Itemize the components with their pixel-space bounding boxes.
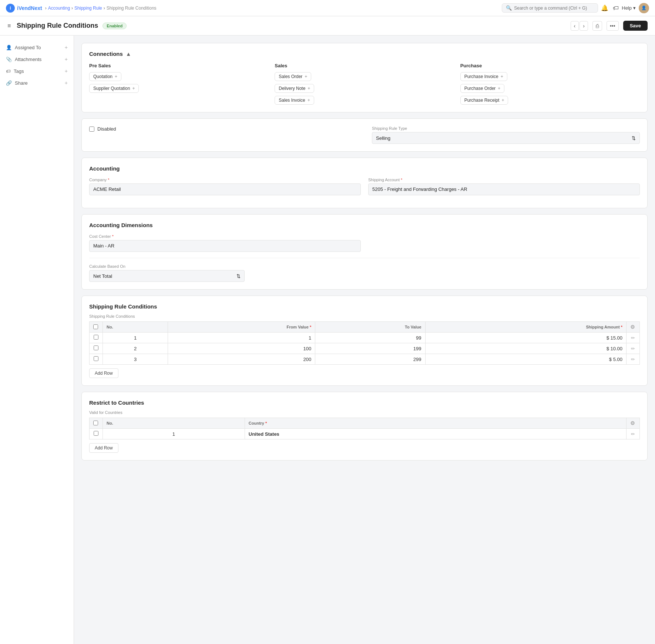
shipping-rule-type-arrow-icon: ⇅ bbox=[632, 135, 636, 141]
purchase-invoice-label: Purchase Invoice bbox=[464, 74, 498, 79]
purchase-invoice-add-icon[interactable]: + bbox=[501, 74, 503, 79]
condition-row-to: 199 bbox=[315, 343, 425, 354]
quotation-add-icon[interactable]: + bbox=[115, 74, 117, 79]
purchase-receipt-row: Purchase Receipt + bbox=[460, 96, 640, 105]
notifications-icon[interactable]: 🔔 bbox=[601, 4, 608, 11]
condition-row-checkbox[interactable] bbox=[94, 356, 98, 361]
sales-order-add-icon[interactable]: + bbox=[305, 74, 307, 79]
sales-order-label: Sales Order bbox=[279, 74, 302, 79]
condition-row-amount: $ 5.00 bbox=[425, 354, 626, 365]
more-options-button[interactable]: ••• bbox=[607, 21, 619, 31]
purchase-order-chip[interactable]: Purchase Order + bbox=[460, 84, 505, 93]
sidebar-item-tags[interactable]: 🏷 Tags + bbox=[0, 65, 74, 77]
condition-row-edit-icon[interactable]: ✏ bbox=[631, 357, 635, 362]
menu-icon[interactable]: ≡ bbox=[7, 23, 11, 29]
restrict-to-countries-card: Restrict to Countries Valid for Countrie… bbox=[81, 392, 648, 461]
conditions-select-all-checkbox[interactable] bbox=[93, 324, 98, 329]
share-add-icon[interactable]: + bbox=[65, 80, 68, 86]
condition-row-checkbox[interactable] bbox=[94, 345, 98, 350]
connections-chevron-icon[interactable]: ▲ bbox=[126, 51, 131, 57]
sales-invoice-add-icon[interactable]: + bbox=[308, 98, 310, 103]
condition-row-from: 1 bbox=[168, 333, 315, 343]
countries-gear-icon[interactable]: ⚙ bbox=[630, 420, 635, 426]
search-input[interactable] bbox=[514, 6, 594, 11]
accounting-dimensions-card: Accounting Dimensions Cost Center * Main… bbox=[81, 214, 648, 290]
conditions-add-row-button[interactable]: Add Row bbox=[89, 368, 118, 378]
app-logo[interactable]: i iVendNext bbox=[6, 4, 42, 13]
conditions-gear-icon[interactable]: ⚙ bbox=[630, 324, 635, 330]
sales-invoice-chip[interactable]: Sales Invoice + bbox=[275, 96, 314, 105]
purchase-invoice-row: Purchase Invoice + bbox=[460, 72, 640, 81]
conditions-shipping-amount-col: Shipping Amount * bbox=[425, 322, 626, 333]
next-button[interactable]: › bbox=[580, 21, 588, 31]
search-bar[interactable]: 🔍 bbox=[502, 3, 598, 13]
tags-icon[interactable]: 🏷 bbox=[613, 5, 619, 11]
save-button[interactable]: Save bbox=[623, 21, 648, 31]
help-chevron-icon: ▾ bbox=[633, 5, 636, 11]
pre-sales-tags: Quotation + Supplier Quotation + bbox=[89, 72, 269, 93]
company-value[interactable]: ACME Retail bbox=[89, 183, 361, 195]
breadcrumb-accounting[interactable]: Accounting bbox=[48, 6, 70, 11]
purchase-order-add-icon[interactable]: + bbox=[498, 86, 500, 91]
country-required-icon: * bbox=[265, 421, 267, 425]
attachments-icon: 📎 bbox=[6, 57, 12, 62]
delivery-note-chip[interactable]: Delivery Note + bbox=[275, 84, 314, 93]
shipping-account-required: * bbox=[401, 178, 402, 182]
status-badge: Enabled bbox=[103, 23, 127, 29]
country-row-edit-icon[interactable]: ✏ bbox=[631, 431, 635, 437]
accounting-form-row: Company * ACME Retail Shipping Account *… bbox=[89, 178, 640, 195]
countries-select-all-checkbox[interactable] bbox=[93, 421, 98, 425]
connections-card: Connections ▲ Pre Sales Quotation + bbox=[81, 43, 648, 112]
shipping-account-value[interactable]: 5205 - Freight and Forwarding Charges - … bbox=[368, 183, 640, 195]
purchase-receipt-chip[interactable]: Purchase Receipt + bbox=[460, 96, 508, 105]
tags-add-icon[interactable]: + bbox=[65, 68, 68, 74]
breadcrumb-shipping-rule[interactable]: Shipping Rule bbox=[74, 6, 102, 11]
condition-row-no: 2 bbox=[103, 343, 168, 354]
purchase-order-row: Purchase Order + bbox=[460, 84, 640, 93]
sales-order-chip[interactable]: Sales Order + bbox=[275, 72, 311, 81]
condition-row-edit-icon[interactable]: ✏ bbox=[631, 335, 635, 341]
quotation-label: Quotation bbox=[93, 74, 112, 79]
cost-center-label: Cost Center * bbox=[89, 234, 361, 239]
cost-center-value[interactable]: Main - AR bbox=[89, 240, 361, 252]
help-label: Help bbox=[622, 5, 632, 11]
condition-row-checkbox[interactable] bbox=[94, 335, 98, 340]
quotation-chip[interactable]: Quotation + bbox=[89, 72, 121, 81]
breadcrumb: › Accounting › Shipping Rule › Shipping … bbox=[45, 6, 157, 11]
share-label: Share bbox=[15, 80, 28, 86]
conditions-table: No. From Value * To Value Shipping Amoun… bbox=[89, 321, 640, 365]
supplier-quotation-add-icon[interactable]: + bbox=[132, 86, 135, 91]
assigned-to-add-icon[interactable]: + bbox=[65, 44, 68, 50]
connections-header: Connections ▲ bbox=[89, 51, 640, 57]
purchase-receipt-add-icon[interactable]: + bbox=[501, 98, 504, 103]
disabled-checkbox[interactable] bbox=[89, 127, 94, 132]
condition-row-no: 1 bbox=[103, 333, 168, 343]
sidebar-item-assigned-to[interactable]: 👤 Assigned To + bbox=[0, 41, 74, 53]
prev-button[interactable]: ‹ bbox=[571, 21, 579, 31]
condition-row-edit-icon[interactable]: ✏ bbox=[631, 346, 635, 351]
delivery-note-label: Delivery Note bbox=[279, 86, 305, 91]
supplier-quotation-chip[interactable]: Supplier Quotation + bbox=[89, 84, 139, 93]
shipping-rule-type-value[interactable]: Selling ⇅ bbox=[372, 132, 640, 144]
user-avatar[interactable]: 👤 bbox=[639, 3, 649, 13]
sidebar-item-attachments[interactable]: 📎 Attachments + bbox=[0, 53, 74, 65]
shipping-rule-type-label: Shipping Rule Type bbox=[372, 126, 640, 131]
calculate-based-on-value[interactable]: Net Total ⇅ bbox=[89, 270, 245, 282]
purchase-invoice-chip[interactable]: Purchase Invoice + bbox=[460, 72, 507, 81]
disabled-label: Disabled bbox=[97, 126, 116, 132]
countries-add-row-button[interactable]: Add Row bbox=[89, 443, 118, 453]
connections-title: Connections bbox=[89, 51, 123, 57]
condition-row-to: 299 bbox=[315, 354, 425, 365]
valid-for-countries-label: Valid for Countries bbox=[89, 410, 640, 415]
breadcrumb-sep-2: › bbox=[104, 6, 105, 11]
sales-order-row: Sales Order + bbox=[275, 72, 454, 81]
help-button[interactable]: Help ▾ bbox=[622, 5, 636, 11]
attachments-add-icon[interactable]: + bbox=[65, 56, 68, 62]
country-row-checkbox[interactable] bbox=[94, 431, 98, 436]
print-button[interactable]: ⎙ bbox=[592, 21, 602, 31]
calculate-based-on-arrow-icon: ⇅ bbox=[236, 273, 241, 279]
sidebar-item-share[interactable]: 🔗 Share + bbox=[0, 77, 74, 89]
avatar-image: 👤 bbox=[641, 6, 646, 10]
delivery-note-add-icon[interactable]: + bbox=[308, 86, 310, 91]
condition-row-to: 99 bbox=[315, 333, 425, 343]
